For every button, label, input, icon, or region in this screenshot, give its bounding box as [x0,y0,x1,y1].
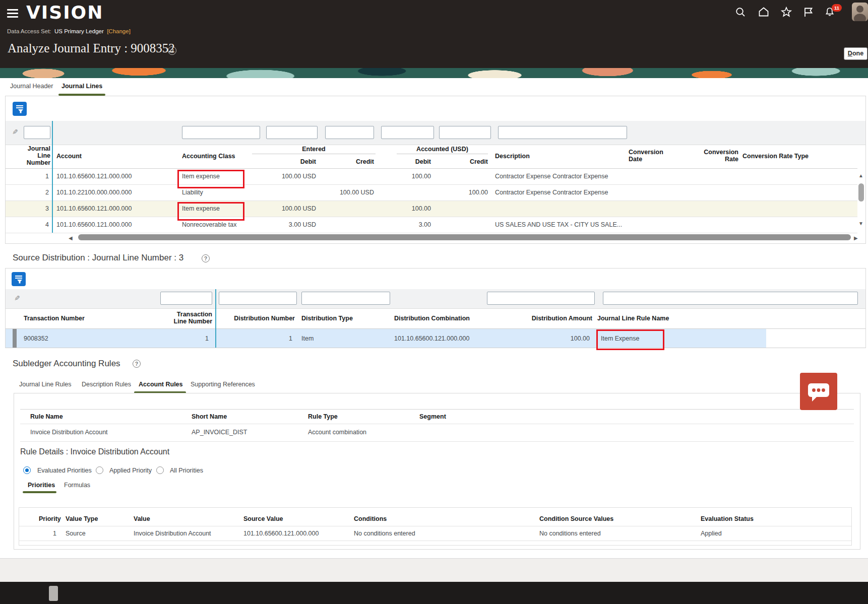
rule-details-title: Rule Details : Invoice Distribution Acco… [20,447,169,456]
filter-input-journal-line-rule-name[interactable] [603,292,858,305]
cell-distribution-number[interactable]: 1 [262,335,292,342]
row-edit-pencil-icon: ✎ [14,294,20,302]
filter-input-accounted-debit[interactable] [381,126,434,139]
cell-entered-credit[interactable]: 100.00 USD [324,189,374,196]
cell-priority[interactable]: 1 [36,530,56,537]
cell-account[interactable]: 101.10.65600.121.000.000 [56,205,132,212]
filter-input-description[interactable] [498,126,627,139]
cell-transaction-number[interactable]: 9008352 [24,335,48,342]
filter-input-distribution-number[interactable] [219,292,297,305]
col-accounted-debit: Debit [401,158,431,165]
done-button[interactable]: Done [844,47,867,60]
filter-input-entered-credit[interactable] [325,126,374,139]
cell-rule-type[interactable]: Account combination [308,429,366,436]
page-title-help-icon[interactable]: ? [168,46,176,55]
cell-value[interactable]: Invoice Distribution Account [134,530,211,537]
hscroll-left-arrow[interactable]: ◀ [69,235,73,241]
radio-label-all-priorities[interactable]: All Priorities [170,467,203,474]
filter-input-entered-debit[interactable] [266,126,318,139]
cell-line-number[interactable]: 2 [29,189,49,196]
cell-accounted-debit[interactable]: 3.00 [381,221,431,228]
bottom-bar-handle[interactable] [49,586,58,601]
cell-rule-name[interactable]: Invoice Distribution Account [30,429,108,436]
cell-evaluation-status[interactable]: Applied [701,530,722,537]
radio-label-applied-priority[interactable]: Applied Priority [109,467,152,474]
query-by-example-button[interactable] [12,272,26,286]
tab-formulas[interactable]: Formulas [64,482,90,489]
hamburger-menu-icon[interactable] [7,7,18,20]
cell-accounting-class[interactable]: Liability [182,189,203,196]
cell-line-number[interactable]: 3 [29,205,49,212]
filter-input-line-number[interactable] [24,126,50,139]
col-distribution-type: Distribution Type [301,315,353,322]
cell-line-number[interactable]: 1 [29,173,49,180]
cell-description[interactable]: Contractor Expense Contractor Expense [495,173,608,180]
cell-accounted-debit[interactable]: 100.00 [381,205,431,212]
cell-conditions[interactable]: No conditions entered [354,530,415,537]
cell-distribution-type[interactable]: Item [301,335,314,342]
cell-entered-debit[interactable]: 100.00 USD [266,173,316,180]
subledger-title: Subledger Accounting Rules [13,359,120,369]
query-by-example-button[interactable] [13,102,27,116]
cell-account[interactable]: 101.10.65600.121.000.000 [56,221,132,228]
hscroll-thumb[interactable] [78,234,851,240]
cell-account[interactable]: 101.10.65600.121.000.000 [56,173,132,180]
filter-input-accounting-class[interactable] [182,126,260,139]
col-conditions: Conditions [354,515,387,522]
cell-accounting-class[interactable]: Nonrecoverable tax [182,221,236,228]
cell-description[interactable]: US SALES AND USE TAX - CITY US SALE... [495,221,622,228]
cell-distribution-amount[interactable]: 100.00 [539,335,590,342]
vision-logo[interactable]: VISION [26,2,103,23]
search-icon[interactable] [734,6,747,18]
cell-line-number[interactable]: 4 [29,221,49,228]
cell-accounted-debit[interactable]: 100.00 [381,173,431,180]
tab-journal-lines[interactable]: Journal Lines [61,83,102,90]
cell-condition-source-values[interactable]: No conditions entered [539,530,601,537]
cell-accounted-credit[interactable]: 100.00 [438,189,488,196]
col-conversion-rate: Conversion Rate [698,149,738,163]
radio-applied-priority[interactable] [96,466,103,474]
user-avatar[interactable] [852,3,868,21]
footer-strip [0,558,868,582]
cell-entered-debit[interactable]: 3.00 USD [266,221,316,228]
flag-icon[interactable] [802,6,815,18]
tab-supporting-references[interactable]: Supporting References [191,381,255,388]
radio-label-evaluated-priorities[interactable]: Evaluated Priorities [37,467,92,474]
cell-transaction-line-number[interactable]: 1 [178,335,209,342]
favorites-star-icon[interactable] [780,6,792,18]
subledger-help-icon[interactable]: ? [133,360,141,368]
filter-input-distribution-amount[interactable] [487,292,595,305]
cell-distribution-combination[interactable]: 101.10.65600.121.000.000 [394,335,469,342]
tab-journal-header[interactable]: Journal Header [10,83,53,90]
col-conversion-rate-type: Conversion Rate Type [742,153,809,160]
annotation-box-item-expense-row1 [177,170,244,188]
col-distribution-combination: Distribution Combination [394,315,470,322]
tab-account-rules[interactable]: Account Rules [139,381,183,388]
home-icon[interactable] [758,6,770,18]
vscroll-up-arrow[interactable]: ▲ [858,173,863,178]
change-link[interactable]: [Change] [107,28,131,34]
chat-widget-icon[interactable] [800,373,837,410]
cell-description[interactable]: Contractor Expense Contractor Expense [495,189,608,196]
radio-evaluated-priorities[interactable] [23,466,31,474]
source-distribution-help-icon[interactable]: ? [202,254,210,262]
cell-entered-debit[interactable]: 100.00 USD [266,205,316,212]
vscroll-down-arrow[interactable]: ▼ [858,221,863,226]
tab-journal-line-rules[interactable]: Journal Line Rules [19,381,72,388]
filter-input-distribution-type[interactable] [301,292,390,305]
col-value: Value [134,515,150,522]
tab-priorities[interactable]: Priorities [28,482,55,489]
cell-value-type[interactable]: Source [66,530,86,537]
col-distribution-number: Distribution Number [229,315,295,322]
cell-short-name[interactable]: AP_INVOICE_DIST [192,429,247,436]
radio-all-priorities[interactable] [156,466,164,474]
col-entered-debit: Debit [286,158,316,165]
vscroll-thumb[interactable] [858,183,864,202]
tab-description-rules[interactable]: Description Rules [82,381,131,388]
cell-account[interactable]: 101.10.22100.000.000.000 [56,189,132,196]
hscroll-right-arrow[interactable]: ▶ [854,235,858,241]
cell-source-value[interactable]: 101.10.65600.121.000.000 [243,530,319,537]
col-conversion-date: Conversion Date [629,149,669,163]
filter-input-transaction-line-number[interactable] [160,292,212,305]
filter-input-accounted-credit[interactable] [439,126,491,139]
